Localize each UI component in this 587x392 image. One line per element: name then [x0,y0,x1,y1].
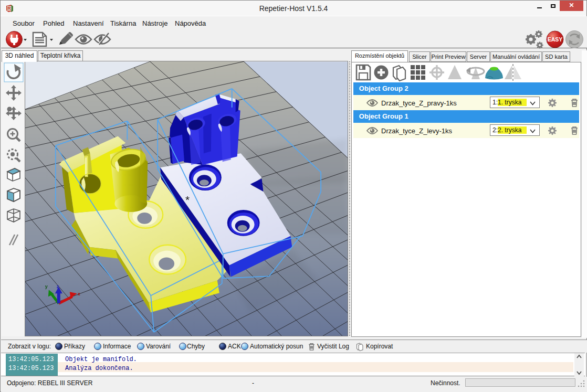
svg-text:x: x [78,291,80,296]
svg-text:*: * [185,194,190,206]
svg-text:y: y [45,284,48,289]
svg-text:EASY: EASY [548,36,563,43]
svg-text:z: z [57,284,59,289]
svg-text:R: R [7,6,11,11]
